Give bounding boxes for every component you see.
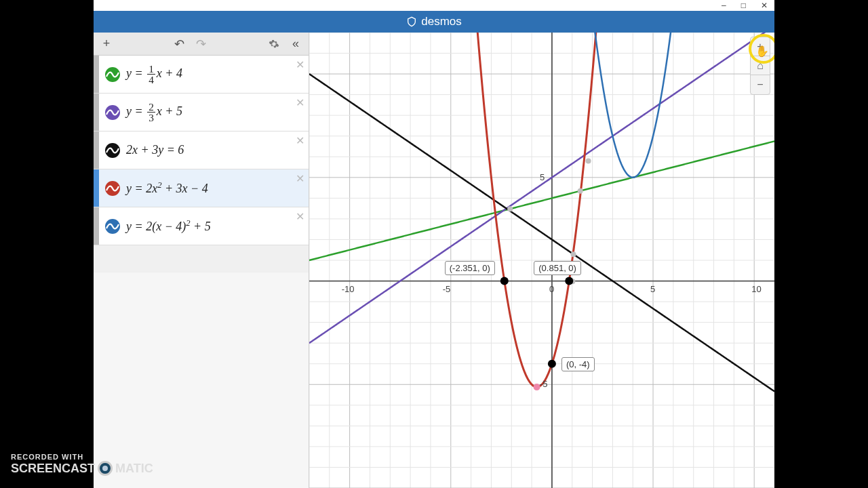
svg-point-54 [507,206,513,211]
graph-canvas[interactable]: + ⌂ − ✋ -10-50510-55(-2.351, 0)(0.851, 0… [309,33,774,488]
maximize-button[interactable]: □ [741,1,746,9]
x-tick-label: -5 [443,284,451,294]
brand-text: desmos [421,15,462,28]
settings-button[interactable] [265,35,283,53]
svg-point-63 [548,360,556,368]
y-tick-label: -5 [540,379,548,389]
expression-row[interactable]: 2x + 3y = 6✕ [94,131,309,169]
minimize-button[interactable]: – [722,1,726,9]
delete-expression-button[interactable]: ✕ [296,172,304,185]
svg-point-61 [500,277,509,285]
y-tick-label: 5 [540,172,545,182]
expression-color-toggle[interactable] [104,180,121,197]
point-label: (0.851, 0) [534,261,581,275]
svg-point-56 [578,188,583,194]
expression-panel: + ↶ ↷ « y = 14x + 4✕y = 23x + 5✕2x + 3y … [94,33,309,488]
x-tick-label: -10 [342,284,355,294]
expression-input[interactable]: y = 14x + 4 [126,61,309,88]
expression-row[interactable]: y = 14x + 4✕ [94,56,309,94]
watermark-orb-icon [98,461,113,476]
zoom-out-button[interactable]: − [751,75,770,94]
svg-point-57 [571,251,576,257]
close-button[interactable]: ✕ [761,1,768,9]
delete-expression-button[interactable]: ✕ [296,134,304,147]
screencast-watermark: RECORDED WITH SCREENCAST MATIC [11,453,153,476]
point-label: (0, -4) [561,357,595,371]
x-tick-label: 10 [751,284,761,294]
expression-color-toggle[interactable] [104,218,121,235]
x-tick-label: 0 [549,284,554,294]
expression-input[interactable]: y = 2x2 + 3x − 4 [126,178,309,199]
expression-row[interactable]: y = 2x2 + 3x − 4✕ [94,169,309,207]
empty-expression-row[interactable] [94,245,309,272]
gear-icon [269,39,279,49]
window-chrome: – □ ✕ [94,0,774,11]
zoom-home-button[interactable]: ⌂ [751,56,770,75]
watermark-line1: RECORDED WITH [11,453,153,461]
delete-expression-button[interactable]: ✕ [296,210,304,223]
undo-button[interactable]: ↶ [171,35,189,53]
point-label: (-2.351, 0) [445,261,495,275]
titlebar: desmos [94,11,774,33]
x-tick-label: 5 [650,284,655,294]
expression-input[interactable]: y = 23x + 5 [126,99,309,126]
expression-input[interactable]: y = 2(x − 4)2 + 5 [126,216,309,237]
expression-row[interactable]: y = 23x + 5✕ [94,94,309,131]
panel-toolbar: + ↶ ↷ « [94,33,309,56]
expression-color-toggle[interactable] [104,104,121,121]
expression-row[interactable]: y = 2(x − 4)2 + 5✕ [94,207,309,245]
svg-point-62 [565,277,573,285]
add-expression-button[interactable]: + [98,35,115,53]
redo-button[interactable]: ↷ [193,35,210,53]
watermark-line2: SCREENCAST MATIC [11,461,153,476]
collapse-panel-button[interactable]: « [287,35,304,53]
zoom-in-button[interactable]: + [751,37,770,56]
expression-color-toggle[interactable] [104,66,121,83]
app-window: – □ ✕ desmos + ↶ ↷ « y = 14x + 4✕y = 23x… [94,0,774,488]
zoom-controls: + ⌂ − [750,37,770,95]
delete-expression-button[interactable]: ✕ [296,58,304,71]
delete-expression-button[interactable]: ✕ [296,96,304,109]
svg-point-55 [586,158,591,163]
expression-color-toggle[interactable] [104,142,121,159]
expression-input[interactable]: 2x + 3y = 6 [126,140,309,160]
expression-list: y = 14x + 4✕y = 23x + 5✕2x + 3y = 6✕y = … [94,56,309,488]
desmos-logo-icon [406,16,417,27]
